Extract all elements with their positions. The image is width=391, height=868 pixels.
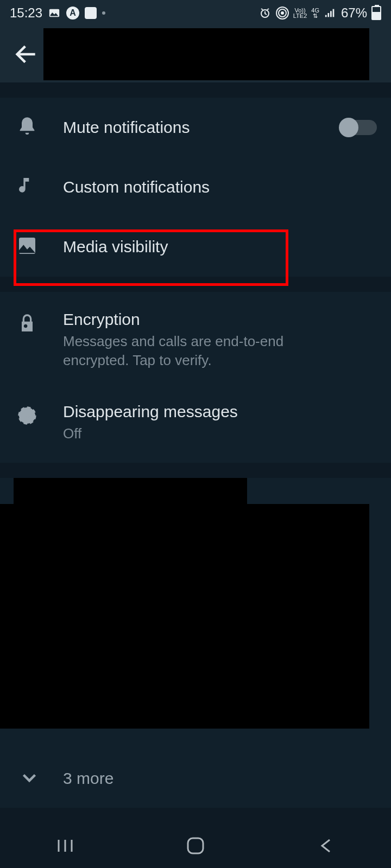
- redacted-section: [0, 478, 391, 749]
- alarm-icon: [258, 7, 272, 20]
- back-button[interactable]: [11, 38, 43, 71]
- encryption-title: Encryption: [63, 310, 377, 329]
- media-visibility-row[interactable]: Media visibility: [0, 217, 391, 277]
- clock: 15:23: [10, 5, 42, 21]
- recents-button[interactable]: [33, 832, 98, 859]
- back-nav-button[interactable]: [293, 832, 358, 859]
- svg-rect-8: [333, 9, 335, 17]
- disappearing-title: Disappearing messages: [63, 403, 377, 421]
- media-label: Media visibility: [63, 238, 377, 256]
- encryption-row[interactable]: Encryption Messages and calls are end-to…: [0, 292, 391, 386]
- status-bar: 15:23 A Vo))LTE2 4G⇅ 67%: [0, 0, 391, 26]
- svg-rect-7: [330, 11, 332, 17]
- custom-label: Custom notifications: [63, 178, 377, 196]
- encryption-subtitle: Messages and calls are end-to-end encryp…: [63, 332, 345, 370]
- mute-label: Mute notifications: [63, 118, 328, 137]
- svg-rect-11: [188, 838, 203, 853]
- hotspot-icon: [276, 7, 289, 20]
- battery-icon: [371, 6, 381, 20]
- image-app-icon: [48, 7, 61, 20]
- redacted-header: [14, 478, 247, 504]
- more-dot-icon: [102, 11, 105, 15]
- home-button[interactable]: [163, 832, 228, 859]
- app-box-icon: [85, 7, 97, 19]
- svg-point-2: [281, 11, 284, 15]
- lock-icon: [16, 312, 38, 336]
- app-a-icon: A: [66, 7, 79, 20]
- show-more-row[interactable]: 3 more: [0, 749, 391, 808]
- system-nav-bar: [0, 824, 391, 868]
- disappearing-messages-row[interactable]: Disappearing messages Off: [0, 386, 391, 463]
- timer-icon: [16, 405, 38, 429]
- svg-rect-6: [327, 13, 329, 17]
- image-icon: [16, 235, 38, 259]
- 4g-icon: 4G⇅: [311, 8, 319, 18]
- battery-percent: 67%: [341, 5, 367, 21]
- music-note-icon: [16, 175, 38, 199]
- spacer: [0, 277, 391, 292]
- security-section: Encryption Messages and calls are end-to…: [0, 292, 391, 463]
- spacer: [0, 82, 391, 98]
- notifications-section: Mute notifications Custom notifications …: [0, 98, 391, 277]
- signal-icon: [324, 7, 337, 20]
- custom-notifications-row[interactable]: Custom notifications: [0, 157, 391, 217]
- volte-icon: Vo))LTE2: [293, 8, 307, 18]
- bell-icon: [16, 116, 38, 139]
- svg-rect-5: [325, 15, 327, 17]
- redacted-content: [0, 504, 369, 729]
- spacer: [0, 463, 391, 478]
- chevron-down-icon: [20, 768, 39, 789]
- more-label: 3 more: [63, 769, 113, 788]
- app-header: [0, 26, 391, 82]
- redacted-contact-title: [43, 28, 369, 80]
- disappearing-subtitle: Off: [63, 424, 345, 443]
- mute-notifications-row[interactable]: Mute notifications: [0, 98, 391, 157]
- mute-toggle[interactable]: [341, 120, 377, 135]
